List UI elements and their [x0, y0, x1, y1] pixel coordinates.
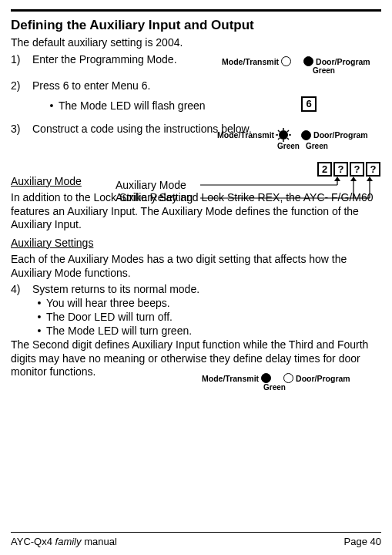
step-4-b2: The Door LED will turn off. [46, 311, 173, 323]
svg-line-8 [278, 138, 280, 140]
led-indicator-3: Mode/Transmit Door/Program Green [202, 373, 350, 392]
footer-brand: AYC-Qx4 [11, 536, 55, 547]
footer-family: family [55, 536, 82, 547]
step-2-text: Press 6 to enter Menu 6. [32, 79, 381, 92]
page: Defining the Auxiliary Input and Output … [0, 0, 392, 555]
step-4-b3: The Mode LED will turn green. [46, 325, 192, 337]
aux-settings-heading: Auxiliary Settings [11, 237, 381, 251]
aux-setting-label: Auxiliary Setting [116, 191, 193, 204]
step-1-num: 1) [11, 53, 32, 66]
door-program-label-3: Door/Program [296, 374, 350, 383]
step-3-num: 3) [11, 123, 32, 135]
aux-labels: Auxiliary Mode Auxiliary Setting [116, 179, 193, 204]
code-digit-3: ? [350, 162, 364, 177]
code-digit-4: ? [366, 162, 380, 177]
green-label-2a: Green [277, 142, 300, 150]
mode-transmit-label: Mode/Transmit [222, 57, 279, 66]
mode-transmit-label-3: Mode/Transmit [202, 374, 259, 383]
footer-left: AYC-Qx4 family manual [11, 536, 117, 547]
led-indicator-1: Mode/Transmit Door/Program Green [222, 56, 370, 75]
step-2-sub: • The Mode LED will flash green [45, 99, 381, 112]
aux-mode-heading: Auxiliary Mode [11, 175, 381, 189]
green-label-3: Green [263, 383, 286, 392]
intro-text: The default auxiliary setting is 2004. [11, 36, 381, 50]
step-2-num: 2) [11, 79, 32, 92]
code-digit-1: 2 [317, 162, 332, 177]
svg-line-7 [287, 130, 289, 132]
green-label: Green [313, 66, 335, 75]
bullet-icon: • [45, 99, 59, 112]
bullet-icon: • [32, 297, 46, 309]
step-4-bullets: • You will hear three beeps. • The Door … [32, 297, 381, 337]
aux-settings-body: Each of the Auxiliary Modes has a two di… [11, 253, 381, 280]
step-4: 4) System returns to its normal mode. [11, 283, 381, 295]
mode-transmit-label-2: Mode/Transmit [217, 130, 274, 140]
green-label-2b: Green [306, 142, 328, 150]
led-indicator-2: Mode/Transmit Door/Program Green Green [217, 128, 368, 150]
aux-mode-label: Auxiliary Mode [116, 179, 193, 191]
step-4-text: System returns to its normal mode. [32, 283, 381, 295]
footer-manual: manual [82, 536, 117, 547]
door-led-circle-2 [301, 130, 311, 140]
top-rule [11, 9, 381, 12]
svg-point-0 [279, 130, 288, 140]
footer-page: Page 40 [344, 536, 381, 547]
door-program-label: Door/Program [316, 57, 370, 66]
door-led-circle [303, 56, 313, 66]
mode-led-flash-icon [276, 128, 291, 142]
code-boxes: 2 ? ? ? [317, 162, 380, 177]
step-4-num: 4) [11, 283, 32, 295]
door-led-circle-3 [283, 373, 293, 383]
mode-led-circle [281, 56, 291, 66]
page-title: Defining the Auxiliary Input and Output [11, 18, 381, 33]
step-1-text: Enter the Programming Mode. [32, 53, 209, 66]
step-2: 2) Press 6 to enter Menu 6. [11, 79, 381, 92]
svg-line-5 [278, 130, 280, 132]
bullet-icon: • [32, 325, 46, 337]
code-digit-2: ? [333, 162, 348, 177]
key-6: 6 [301, 96, 317, 112]
step-4-b1: You will hear three beeps. [46, 297, 170, 309]
bullet-icon: • [32, 311, 46, 323]
step-2-bullet: The Mode LED will flash green [59, 99, 206, 112]
footer: AYC-Qx4 family manual Page 40 [11, 532, 381, 547]
aux-mode-body: In addition to the Lock Strike Relay and… [11, 191, 381, 232]
footer-rule [11, 532, 381, 533]
svg-line-6 [287, 138, 289, 140]
mode-led-circle-3 [261, 373, 271, 383]
door-program-label-2: Door/Program [313, 130, 368, 140]
